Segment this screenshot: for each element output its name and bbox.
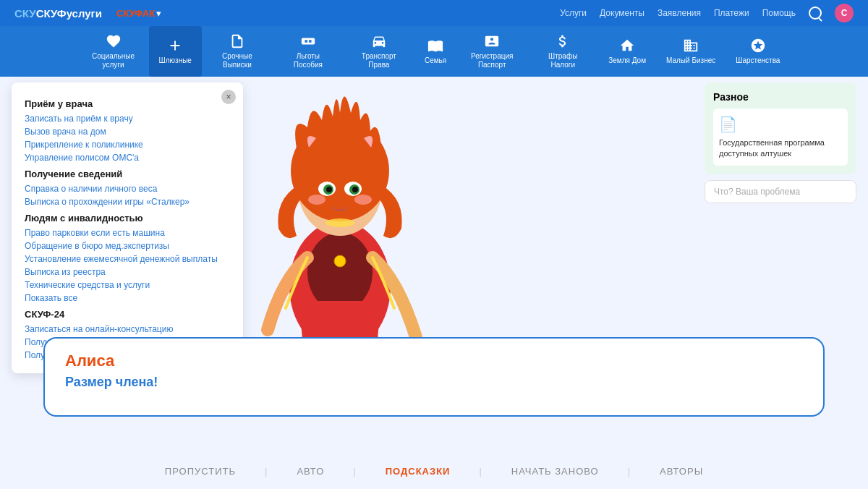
nav-link-help[interactable]: Помощь (762, 8, 796, 18)
nav-reg[interactable]: Регистрация Паспорт (456, 26, 527, 77)
nav-malyy-label: Малый Бизнес (666, 56, 715, 65)
svg-point-21 (326, 218, 354, 227)
svg-point-13 (318, 182, 336, 196)
bottom-skip[interactable]: ПРОПУСТИТЬ (165, 466, 236, 477)
raznoe-item: 📄 Государственная программа доступных ал… (713, 109, 848, 166)
link-online[interactable]: Записаться на онлайн-консультацию (25, 324, 230, 334)
link-prikreplenie[interactable]: Прикрепление к поликлинике (25, 140, 230, 150)
nav-zemlya[interactable]: Земля Дом (598, 26, 656, 77)
nav-transport[interactable]: Транспорт Права (344, 26, 414, 77)
logo-skufak[interactable]: СКУФАК ▾ (116, 8, 161, 19)
nav-urgent[interactable]: Срочные Выписки (202, 26, 273, 77)
icon-nav: Социальные услуги Шлюзные Срочные Выписк… (0, 26, 868, 77)
link-vyzov-dom[interactable]: Вызов врача на дом (25, 127, 230, 137)
svg-point-18 (352, 187, 358, 192)
section-invalid: Людям с инвалидностью Право парковки есл… (25, 213, 230, 303)
nav-malyy[interactable]: Малый Бизнес (656, 26, 726, 77)
bottom-bar: ПРОПУСТИТЬ | АВТО | ПОДСКАЗКИ | НАЧАТЬ З… (0, 453, 868, 489)
svg-point-22 (334, 255, 346, 267)
nav-social[interactable]: Социальные услуги (78, 26, 149, 77)
svg-point-0 (289, 221, 391, 352)
svg-point-11 (298, 142, 382, 236)
nav-link-zayav[interactable]: Заявления (658, 8, 701, 18)
avatar[interactable]: С (835, 4, 854, 22)
section-invalid-title: Людям с инвалидностью (25, 213, 230, 224)
dialog-text: Размер члена! (65, 375, 803, 390)
section-svedeniya: Получение сведений Справка о наличии лич… (25, 169, 230, 207)
raznoe-title: Разное (713, 91, 848, 103)
right-panel: Разное 📄 Государственная программа досту… (705, 82, 856, 203)
dropdown-panel: × Приём у врача Записать на приём к врач… (12, 82, 243, 373)
nav-sharst-label: Шарстенства (736, 56, 780, 65)
nav-link-platezhi[interactable]: Платежи (714, 8, 749, 18)
link-vyplata[interactable]: Установление ежемесячной денежной выплат… (25, 254, 230, 264)
section-priom-title: Приём у врача (25, 98, 230, 109)
link-pokazat-vse[interactable]: Показать все (25, 293, 230, 303)
chat-placeholder: Что? Ваша проблема (714, 187, 800, 197)
svg-point-15 (323, 184, 333, 195)
bottom-tips[interactable]: ПОДСКАЗКИ (386, 466, 451, 477)
link-tech[interactable]: Технические средства и услуги (25, 280, 230, 290)
bottom-authors[interactable]: АВТОРЫ (660, 466, 703, 477)
svg-point-17 (326, 187, 332, 192)
nav-shtrafy-label: Штрафы Налоги (537, 52, 588, 69)
raznoe-item-text: Государственная программа доступных алту… (719, 137, 842, 160)
bottom-restart[interactable]: НАЧАТЬ ЗАНОВО (511, 466, 599, 477)
link-reestr[interactable]: Выписка из реестра (25, 267, 230, 277)
link-zapis-vrach[interactable]: Записать на приём к врачу (25, 114, 230, 124)
link-polis[interactable]: Управление полисом ОМС'а (25, 153, 230, 163)
nav-sharst[interactable]: Шарстенства (726, 26, 790, 77)
svg-point-12 (291, 120, 389, 221)
section-skuf24-title: СКУФ-24 (25, 309, 230, 320)
top-nav-left: СКУСКУФуслуги СКУФАК ▾ (14, 7, 161, 20)
nav-semya[interactable]: Семья (414, 26, 456, 77)
dialog-character-name: Алиса (65, 352, 803, 370)
dialog-box: Алиса Размер члена! (43, 337, 825, 417)
nav-lgoty-label: Льготы Пособия (283, 52, 333, 69)
chat-input[interactable]: Что? Ваша проблема (705, 180, 856, 203)
section-priom: Приём у врача Записать на приём к врачу … (25, 98, 230, 163)
nav-zemlya-label: Земля Дом (608, 56, 646, 65)
nav-urgent-label: Срочные Выписки (212, 52, 263, 69)
link-buro[interactable]: Обращение в бюро мед.экспертизы (25, 241, 230, 251)
main-area: × Приём у врача Записать на приём к врач… (0, 77, 868, 453)
nav-link-docs[interactable]: Документы (600, 8, 644, 18)
svg-point-16 (349, 184, 359, 195)
search-icon[interactable] (809, 7, 822, 20)
svg-point-14 (344, 182, 362, 196)
bottom-auto[interactable]: АВТО (297, 466, 324, 477)
svg-rect-10 (331, 211, 349, 232)
svg-point-19 (308, 195, 326, 205)
nav-lgoty[interactable]: Льготы Пособия (273, 26, 344, 77)
nav-shlyuznye[interactable]: Шлюзные (149, 26, 202, 77)
link-parkovka[interactable]: Право парковки если есть машина (25, 228, 230, 238)
nav-reg-label: Регистрация Паспорт (467, 52, 517, 69)
section-svedeniya-title: Получение сведений (25, 169, 230, 179)
raznoe-card: Разное 📄 Государственная программа досту… (705, 82, 856, 174)
nav-shlyuznye-label: Шлюзные (159, 56, 192, 65)
link-vypiska-igra[interactable]: Выписка о прохождении игры «Сталкер» (25, 197, 230, 207)
top-nav: СКУСКУФуслуги СКУФАК ▾ Услуги Документы … (0, 0, 868, 26)
logo-gosuslugi[interactable]: СКУСКУФуслуги (14, 7, 102, 20)
nav-link-uslugi[interactable]: Услуги (560, 8, 587, 18)
nav-semya-label: Семья (425, 56, 446, 65)
top-nav-right: Услуги Документы Заявления Платежи Помощ… (560, 4, 854, 22)
svg-point-20 (354, 195, 372, 205)
link-spravka-ves[interactable]: Справка о наличии личного веса (25, 184, 230, 194)
close-button[interactable]: × (221, 90, 236, 104)
raznoe-icon: 📄 (719, 114, 842, 135)
svg-point-1 (307, 232, 373, 312)
nav-social-label: Социальные услуги (88, 52, 139, 69)
nav-shtrafy[interactable]: Штрафы Налоги (527, 26, 598, 77)
nav-transport-label: Транспорт Права (354, 52, 404, 69)
